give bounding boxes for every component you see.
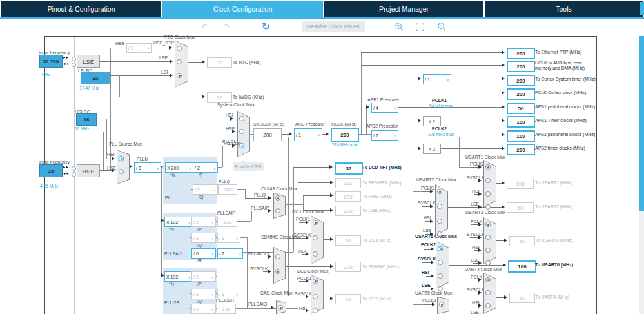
ahb-prescaler-value: / 1: [296, 133, 301, 137]
hsi-frequency-field[interactable]: 16: [76, 113, 97, 126]
wire: [471, 224, 480, 225]
i2c1-radio-hsi[interactable]: [313, 251, 318, 257]
chevron-down-icon: ∨: [157, 166, 159, 170]
lsi-frequency-field[interactable]: 32: [81, 72, 110, 84]
i2c2-radio-sysclk[interactable]: [313, 294, 318, 299]
pll-n-select[interactable]: X 200∨: [165, 162, 193, 173]
uart4-in3-label: LSE: [471, 310, 479, 314]
sys-mux-radio-pllclk[interactable]: [239, 143, 244, 148]
pllsai-r-value: / 6: [193, 251, 199, 256]
usart2-radio-sysclk[interactable]: [437, 204, 442, 209]
usart3-radio-hsi[interactable]: [485, 248, 491, 253]
usart2-radio-lse[interactable]: [437, 231, 442, 237]
plli2s-n-select[interactable]: X 192∨: [164, 271, 193, 282]
enable-css-button[interactable]: Enable CSS: [233, 162, 264, 171]
clk48-radio-pllsaip[interactable]: [275, 208, 280, 213]
cortex-divider-select[interactable]: / 1∨: [423, 74, 451, 84]
redo-icon[interactable]: ↷: [224, 23, 230, 30]
wire: [471, 167, 480, 168]
uart4-output-label: To UART4 (MHz): [535, 295, 569, 300]
pllsai-rdiv-value: / 2: [219, 251, 224, 256]
zoom-out-icon[interactable]: [437, 22, 447, 32]
wire: [473, 263, 480, 264]
undo-icon[interactable]: ↶: [201, 23, 208, 30]
usart6-radio-pclk2[interactable]: [438, 246, 443, 251]
i2c2-radio-pclk1[interactable]: [313, 279, 318, 284]
tab-pinout-configuration[interactable]: Pinout & Configuration: [1, 1, 161, 17]
refresh-icon[interactable]: ↻: [262, 21, 270, 31]
usart2-radio-pclk1[interactable]: [437, 189, 442, 194]
tab-clock-configuration[interactable]: Clock Configuration: [162, 1, 323, 17]
lse-frequency-field[interactable]: 32.768: [39, 55, 63, 68]
i2c2-radio-hsi[interactable]: [313, 308, 318, 313]
fit-to-view-icon[interactable]: [416, 23, 424, 31]
to-iwdg-label: To IWDG (KHz): [233, 95, 264, 100]
sdmmc-radio-sysclk[interactable]: [275, 269, 280, 274]
wire: [236, 189, 245, 190]
wire: [440, 121, 503, 121]
tab-tools[interactable]: Tools: [485, 1, 643, 17]
clk48-radio-pllq[interactable]: [275, 195, 280, 201]
rtc-mux-radio-hse[interactable]: [177, 46, 182, 51]
scrollbar-thumb[interactable]: [639, 36, 644, 211]
pllsrc-radio-hse[interactable]: [119, 169, 124, 174]
ahb-prescaler-select[interactable]: / 1∨: [294, 128, 322, 141]
usart3-radio-pclk1[interactable]: [485, 222, 491, 227]
pllsai-r-select[interactable]: / 6∨: [191, 248, 216, 259]
hse-oscillator-box: HSE: [77, 164, 100, 177]
sys-mux-radio-hsi[interactable]: [239, 116, 244, 121]
pll-p-select[interactable]: / 2∨: [193, 162, 218, 173]
usart3-radio-lse[interactable]: [485, 260, 491, 266]
hse-frequency-field[interactable]: 25: [39, 164, 63, 177]
pllsrc-radio-hsi[interactable]: [119, 156, 124, 161]
usart6-radio-lse[interactable]: [438, 286, 443, 291]
usart1-radio-lse[interactable]: [485, 204, 491, 210]
pll-source-mux[interactable]: [117, 150, 130, 184]
wire: [366, 107, 367, 134]
wire: [361, 65, 503, 66]
uart4-radio-pclk1[interactable]: [485, 277, 491, 282]
lse-oscillator-box: LSE: [77, 55, 100, 68]
usart6-radio-sysclk[interactable]: [438, 260, 443, 265]
lcd-tft-box[interactable]: 32: [335, 162, 363, 175]
iwdg-freq-box: 32: [207, 92, 232, 103]
apb2-prescaler-select[interactable]: / 2∨: [371, 130, 398, 141]
sys-mux-radio-hse[interactable]: [239, 129, 244, 134]
chevron-down-icon: ∨: [394, 106, 396, 110]
usart6-freq-box[interactable]: 100: [508, 260, 536, 273]
sdmmc-clock-mux[interactable]: [273, 247, 286, 284]
pllsai-n-select[interactable]: X 192∨: [164, 217, 193, 227]
pllm-select[interactable]: / 8∨: [134, 162, 161, 173]
zoom-in-icon[interactable]: [395, 22, 404, 32]
usart1-radio-pclk2[interactable]: [485, 164, 491, 170]
usart6-radio-hsi[interactable]: [438, 273, 443, 279]
uart4-radio-hsi[interactable]: [485, 303, 491, 308]
wire: [222, 146, 223, 167]
wire: [474, 194, 480, 195]
plli2s-r-value: / 2: [193, 307, 199, 311]
wire: [425, 304, 434, 305]
sai1-radio-pllsaiq[interactable]: [278, 305, 283, 310]
resolve-clock-issues-button[interactable]: Resolve Clock Issues: [302, 21, 365, 32]
pllsai-rdiv-select[interactable]: / 2∨: [217, 248, 243, 259]
apb1-timer-multiplier: X 2: [423, 116, 441, 126]
wire: [447, 79, 503, 79]
i2c1-radio-sysclk[interactable]: [313, 235, 318, 240]
i2c1-radio-pclk1[interactable]: [313, 220, 318, 225]
uart4-radio-sysclk[interactable]: [485, 290, 491, 295]
wire: [247, 308, 273, 308]
plli2s-r-select: / 2∨: [191, 304, 216, 314]
tab-project-manager[interactable]: Project Manager: [324, 1, 483, 17]
usart1-radio-sysclk[interactable]: [485, 178, 491, 183]
usart1-radio-hsi[interactable]: [485, 191, 491, 197]
uart5-radio-pclk1[interactable]: [439, 302, 444, 307]
apb1-prescaler-select[interactable]: / 4∨: [371, 103, 398, 113]
rtc-mux-radio-lsi[interactable]: [177, 73, 182, 78]
sysclk-value-box[interactable]: 200: [253, 128, 282, 141]
usart3-radio-sysclk[interactable]: [485, 235, 491, 240]
hclk-value-box[interactable]: 200: [331, 128, 359, 142]
usart2-radio-hsi[interactable]: [437, 219, 442, 224]
rtc-mux-radio-lse[interactable]: [177, 59, 182, 64]
sdmmc-box: 200: [335, 262, 361, 272]
sdmmc-radio-pll48clk[interactable]: [275, 254, 280, 259]
